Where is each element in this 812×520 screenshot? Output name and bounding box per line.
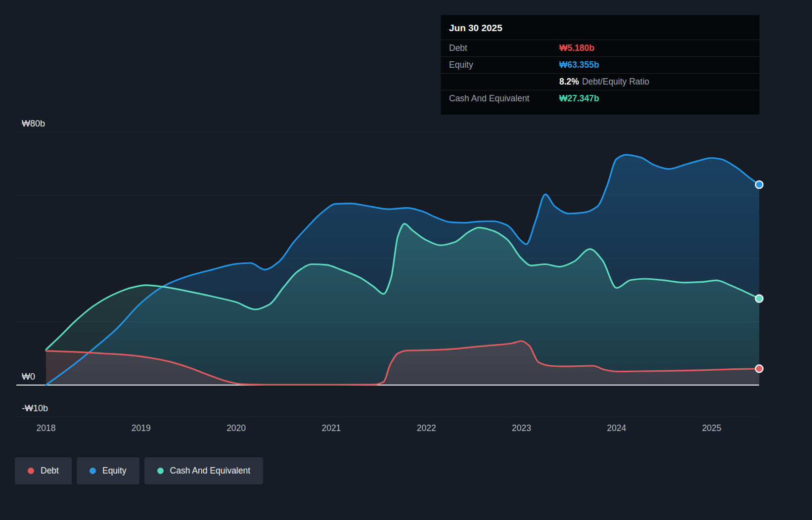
tooltip-cash-label: Cash And Equivalent [449, 93, 559, 104]
chart-tooltip: Jun 30 2025 Debt ₩5.180b Equity ₩63.355b… [441, 15, 760, 115]
tooltip-ratio-percent: 8.2% [559, 77, 579, 87]
tooltip-equity-label: Equity [449, 60, 559, 70]
x-axis-label: 2021 [321, 423, 341, 433]
equity-endpoint-marker[interactable] [756, 181, 763, 188]
tooltip-cash-row: Cash And Equivalent ₩27.347b [441, 90, 759, 107]
x-axis-label: 2023 [512, 423, 531, 433]
legend-item-cash[interactable]: Cash And Equivalent [144, 457, 263, 484]
tooltip-equity-row: Equity ₩63.355b [441, 56, 759, 73]
legend-item-equity[interactable]: Equity [77, 457, 139, 484]
tooltip-ratio-label: Debt/Equity Ratio [582, 77, 649, 87]
legend-cash-label: Cash And Equivalent [170, 466, 250, 476]
cash-and-equivalent-endpoint-marker[interactable] [756, 295, 763, 302]
x-axis-label: 2020 [226, 423, 246, 433]
debt-dot-icon [28, 468, 34, 474]
tooltip-ratio-value: 8.2%Debt/Equity Ratio [559, 77, 649, 87]
x-axis-label: 2024 [607, 423, 626, 433]
tooltip-debt-row: Debt ₩5.180b [441, 40, 759, 56]
legend-equity-label: Equity [102, 466, 127, 476]
tooltip-debt-label: Debt [449, 43, 559, 53]
y-axis-label: ₩80b [22, 119, 45, 129]
x-axis-label: 2022 [417, 423, 436, 433]
cash-dot-icon [157, 468, 164, 474]
x-axis-label: 2025 [702, 423, 722, 433]
x-axis-label: 2019 [132, 423, 151, 433]
tooltip-equity-value: ₩63.355b [559, 60, 599, 70]
y-axis-label: -₩10b [22, 403, 48, 413]
chart-legend: Debt Equity Cash And Equivalent [15, 457, 263, 484]
equity-dot-icon [90, 468, 96, 474]
tooltip-cash-value: ₩27.347b [559, 93, 599, 104]
tooltip-ratio-row: 8.2%Debt/Equity Ratio [441, 73, 759, 90]
x-axis-label: 2018 [37, 423, 56, 433]
tooltip-date: Jun 30 2025 [441, 15, 759, 40]
y-axis-label: ₩0 [22, 372, 35, 382]
debt-equity-history-page: ₩80b₩0-₩10b20182019202020212022202320242… [0, 0, 812, 520]
legend-debt-label: Debt [41, 466, 59, 476]
tooltip-debt-value: ₩5.180b [559, 43, 594, 53]
debt-endpoint-marker[interactable] [756, 365, 763, 372]
legend-item-debt[interactable]: Debt [15, 457, 72, 484]
